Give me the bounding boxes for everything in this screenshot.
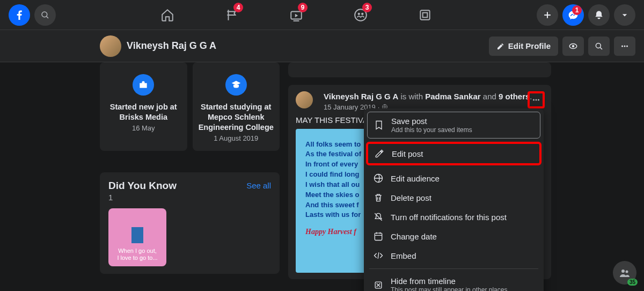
bookmark-icon (373, 120, 385, 130)
svg-rect-7 (420, 10, 429, 19)
dyk-title: Did You Know (108, 180, 177, 192)
pages-badge: 4 (233, 3, 243, 12)
globe-icon (372, 173, 384, 184)
life-event-title: Started new job at Brisks Media (105, 102, 182, 122)
post-options-menu: Save postAdd this to your saved items Ed… (364, 108, 544, 291)
search-button[interactable] (34, 4, 56, 26)
pencil-icon (374, 148, 385, 159)
svg-point-13 (621, 45, 623, 47)
svg-point-6 (361, 12, 363, 14)
post-author[interactable]: Vikneysh Raj G G A (324, 92, 398, 101)
svg-point-19 (538, 99, 539, 101)
svg-point-11 (596, 43, 601, 48)
edit-profile-label: Edit Profile (508, 41, 551, 50)
menu-separator (369, 268, 538, 269)
nav-watch[interactable]: 9 (283, 2, 310, 28)
nav-home[interactable] (154, 2, 181, 28)
notifications-button[interactable] (588, 4, 610, 26)
svg-point-5 (358, 12, 360, 14)
profile-name: Vikneysh Raj G G A (127, 40, 216, 52)
view-as-button[interactable] (562, 37, 584, 56)
menu-hide-from-timeline[interactable]: Hide from timelineThis post may still ap… (367, 272, 540, 291)
see-all-link[interactable]: See all (246, 181, 271, 190)
post-tagged-person[interactable]: Padma Sankar (425, 92, 480, 101)
menu-embed[interactable]: Embed (367, 246, 540, 265)
svg-point-15 (626, 45, 628, 47)
account-button[interactable] (614, 4, 635, 26)
svg-point-23 (621, 270, 625, 273)
svg-point-14 (624, 45, 626, 47)
svg-point-18 (536, 99, 537, 101)
menu-change-date[interactable]: Change date (367, 227, 540, 246)
profile-avatar[interactable] (100, 35, 121, 57)
did-you-know-section: Did You Know See all 1 When I go out,I l… (100, 172, 280, 274)
life-event-card[interactable]: Started studying at Mepco Schlenk Engine… (193, 62, 280, 151)
life-event-date: 1 August 2019 (198, 134, 275, 142)
svg-line-1 (47, 16, 48, 18)
svg-rect-8 (423, 12, 428, 17)
svg-point-17 (533, 99, 535, 101)
svg-line-12 (600, 47, 602, 49)
svg-point-10 (572, 45, 575, 47)
nav-pages[interactable]: 4 (218, 2, 245, 28)
post-options-button[interactable] (528, 91, 545, 108)
dyk-count: 1 (108, 193, 271, 202)
create-button[interactable] (537, 4, 558, 26)
watch-badge: 9 (298, 3, 308, 12)
post-tagged-others[interactable]: 9 others (499, 92, 530, 101)
life-event-date: 16 May (105, 124, 182, 132)
graduation-icon (225, 74, 247, 96)
svg-point-24 (626, 271, 628, 273)
dyk-card-text: When I go out, (118, 248, 157, 254)
facebook-logo[interactable] (9, 4, 30, 26)
dyk-illustration (131, 227, 143, 243)
menu-turn-off-notifications[interactable]: Turn off notifications for this post (367, 207, 540, 227)
svg-point-0 (42, 12, 47, 17)
nav-gaming[interactable] (412, 2, 438, 28)
bell-off-icon (372, 212, 384, 222)
profile-more-button[interactable] (614, 37, 635, 56)
messenger-button[interactable]: 1 (562, 4, 584, 26)
briefcase-icon (133, 74, 154, 96)
menu-delete-post[interactable]: Delete post (367, 188, 540, 207)
search-profile-button[interactable] (588, 37, 610, 56)
groups-badge: 3 (362, 3, 372, 12)
messenger-fab[interactable]: 35 (613, 261, 636, 285)
comment-input-stub[interactable] (288, 62, 551, 77)
menu-edit-audience[interactable]: Edit audience (367, 169, 540, 188)
hide-icon (372, 280, 384, 290)
dyk-card[interactable]: When I go out,I love to go to... (108, 208, 166, 266)
trash-icon (372, 192, 384, 203)
edit-profile-button[interactable]: Edit Profile (489, 37, 558, 56)
life-event-title: Started studying at Mepco Schlenk Engine… (198, 102, 275, 133)
fab-count: 35 (627, 279, 638, 286)
nav-groups[interactable]: 3 (347, 2, 374, 28)
code-icon (372, 250, 384, 261)
calendar-icon (372, 231, 384, 242)
menu-edit-post[interactable]: Edit post (366, 142, 541, 165)
post-author-avatar[interactable] (296, 91, 313, 108)
messenger-badge: 1 (572, 5, 582, 15)
life-event-card[interactable]: Started new job at Brisks Media 16 May (100, 62, 187, 151)
dyk-card-text: I love to go to... (117, 254, 157, 261)
menu-save-post[interactable]: Save postAdd this to your saved items (367, 112, 540, 139)
post-header-text: Vikneysh Raj G G A is with Padma Sankar … (324, 91, 532, 102)
svg-rect-21 (375, 233, 382, 240)
